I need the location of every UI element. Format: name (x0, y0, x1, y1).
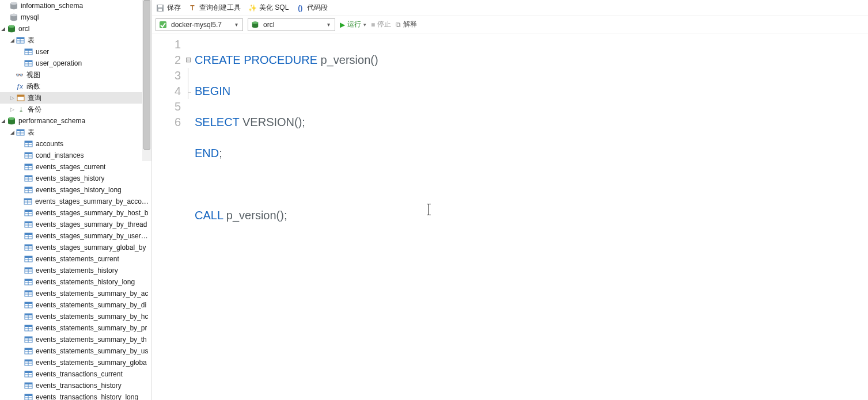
tree-table-events_statements_history_long[interactable]: events_statements_history_long (0, 276, 150, 288)
chevron-down-icon[interactable]: ◢ (0, 118, 6, 124)
chevron-down-icon[interactable]: ◢ (9, 37, 15, 43)
tree-label: events_transactions_history_long (36, 393, 138, 400)
tree-db-orcl[interactable]: ◢ orcl (0, 23, 150, 35)
connection-icon (158, 20, 168, 29)
line-number: 5 (152, 99, 181, 115)
explain-button[interactable]: ⧉ 解释 (396, 20, 417, 29)
button-label: 代码段 (307, 3, 328, 13)
query-builder-icon: T (188, 3, 197, 13)
tree-db-mysql[interactable]: mysql (0, 12, 150, 23)
tree-table-user-operation[interactable]: user_operation (0, 58, 150, 69)
tree-functions[interactable]: ƒx 函数 (0, 81, 150, 92)
tree-table-events_stages_summary_by_thread[interactable]: events_stages_summary_by_thread (0, 219, 150, 230)
tree-table-events_transactions_history_long[interactable]: events_transactions_history_long (0, 391, 150, 400)
tree-backup[interactable]: ▷ ⤓ 备份 (0, 104, 150, 115)
svg-rect-111 (25, 383, 32, 384)
tree-label: cond_instances (36, 151, 84, 159)
keyword: SELECT (195, 116, 239, 128)
fold-toggle[interactable]: ⊟ (184, 52, 192, 68)
scrollbar-thumb[interactable] (143, 0, 150, 150)
table-icon (24, 197, 33, 205)
tree-table-events_statements_summary_by_di[interactable]: events_statements_summary_by_di (0, 299, 150, 311)
tree-table-accounts[interactable]: accounts (0, 138, 150, 150)
tree-table-events_statements_summary_globa[interactable]: events_statements_summary_globa (0, 357, 150, 368)
database-dropdown[interactable]: orcl ▾ (248, 18, 335, 31)
button-label: 运行 (347, 20, 361, 29)
tree-table-events_transactions_history[interactable]: events_transactions_history (0, 380, 150, 391)
tree-table-events_stages_history[interactable]: events_stages_history (0, 173, 150, 184)
tree-table-user[interactable]: user (0, 46, 150, 58)
tree-table-events_statements_summary_by_ac[interactable]: events_statements_summary_by_ac (0, 288, 150, 299)
button-label: 保存 (167, 3, 181, 13)
svg-rect-71 (25, 268, 32, 269)
tree-db-information-schema[interactable]: information_schema (0, 0, 150, 12)
tree-table-events_stages_current[interactable]: events_stages_current (0, 161, 150, 173)
tables-icon (16, 128, 25, 136)
play-icon: ▶ (340, 21, 345, 29)
button-label: 查询创建工具 (199, 3, 241, 13)
chevron-right-icon[interactable]: ▷ (9, 106, 15, 112)
chevron-down-icon: ▾ (232, 21, 240, 28)
svg-rect-27 (25, 141, 32, 143)
connection-dropdown[interactable]: docker-mysql5.7 ▾ (156, 18, 243, 31)
keyword: CREATE (195, 54, 241, 66)
keyword: PROCEDURE (244, 54, 317, 66)
table-icon (24, 336, 33, 344)
button-label: 解释 (403, 20, 417, 29)
sql-editor[interactable]: 1 2 3 4 5 6 ⊟ CREATE PROCEDURE p_version… (152, 33, 868, 400)
tree-table-events_statements_history[interactable]: events_statements_history (0, 265, 150, 276)
svg-rect-119 (158, 5, 162, 7)
main-panel: 保存 T 查询创建工具 ✨ 美化 SQL () 代码段 docker-mysql… (152, 0, 868, 400)
table-icon (24, 370, 33, 378)
tree-label: events_transactions_current (36, 370, 123, 378)
tree-table-cond_instances[interactable]: cond_instances (0, 150, 150, 161)
tree-label: user (36, 48, 49, 56)
chevron-down-icon[interactable]: ◢ (0, 26, 6, 32)
tree-table-events_stages_summary_by_user_b[interactable]: events_stages_summary_by_user_b (0, 230, 150, 242)
tree-table-events_statements_summary_by_th[interactable]: events_statements_summary_by_th (0, 334, 150, 345)
svg-rect-87 (25, 314, 32, 315)
code-snippet-button[interactable]: () 代码段 (295, 3, 328, 13)
code-text: p_version(); (223, 209, 287, 222)
tree-label: events_statements_history_long (36, 278, 135, 286)
run-button[interactable]: ▶ 运行 ▾ (340, 20, 366, 29)
tree-label: events_statements_summary_by_pr (36, 324, 147, 332)
beautify-icon: ✨ (248, 3, 257, 13)
tables-icon (16, 36, 25, 44)
chevron-down-icon[interactable]: ◢ (9, 129, 15, 135)
svg-rect-35 (25, 164, 32, 166)
database-icon (251, 20, 260, 29)
tree-table-events_stages_summary_by_host_b[interactable]: events_stages_summary_by_host_b (0, 207, 150, 219)
tree-views[interactable]: 👓 视图 (0, 69, 150, 81)
chevron-right-icon[interactable]: ▷ (9, 95, 15, 101)
tree-table-events_statements_summary_by_pr[interactable]: events_statements_summary_by_pr (0, 322, 150, 334)
tree-tables-folder-ps[interactable]: ◢ 表 (0, 127, 150, 138)
save-button[interactable]: 保存 (156, 3, 181, 13)
beautify-sql-button[interactable]: ✨ 美化 SQL (248, 3, 289, 13)
tree-table-events_stages_summary_global_by[interactable]: events_stages_summary_global_by (0, 242, 150, 253)
tree-table-events_stages_summary_by_account[interactable]: events_stages_summary_by_account (0, 196, 150, 207)
query-builder-button[interactable]: T 查询创建工具 (188, 3, 241, 13)
svg-rect-55 (25, 222, 32, 223)
chevron-down-icon: ▾ (363, 22, 366, 28)
tree-db-performance-schema[interactable]: ◢ performance_schema (0, 115, 150, 127)
tree-label: information_schema (21, 2, 83, 10)
tree-table-events_statements_current[interactable]: events_statements_current (0, 253, 150, 265)
sidebar-scrollbar[interactable] (142, 0, 151, 161)
tree-table-events_statements_summary_by_hc[interactable]: events_statements_summary_by_hc (0, 311, 150, 322)
svg-rect-15 (25, 60, 32, 62)
svg-rect-31 (25, 153, 32, 154)
tree-table-events_stages_history_long[interactable]: events_stages_history_long (0, 184, 150, 196)
tree-label: events_stages_summary_by_host_b (36, 209, 148, 217)
tree-label: user_operation (36, 59, 82, 67)
tree-table-events_transactions_current[interactable]: events_transactions_current (0, 368, 150, 380)
tree-label: events_transactions_history (36, 382, 122, 390)
tree-table-events_statements_summary_by_us[interactable]: events_statements_summary_by_us (0, 345, 150, 357)
code-area[interactable]: CREATE PROCEDURE p_version() BEGIN SELEC… (192, 33, 868, 400)
tree-tables-folder-orcl[interactable]: ◢ 表 (0, 35, 150, 46)
button-label: 美化 SQL (259, 3, 289, 13)
database-tree[interactable]: information_schema mysql ◢ orcl ◢ 表 (0, 0, 150, 400)
table-icon (24, 174, 33, 182)
tree-queries[interactable]: ▷ 查询 (0, 92, 150, 104)
tree-label: 表 (28, 36, 35, 45)
